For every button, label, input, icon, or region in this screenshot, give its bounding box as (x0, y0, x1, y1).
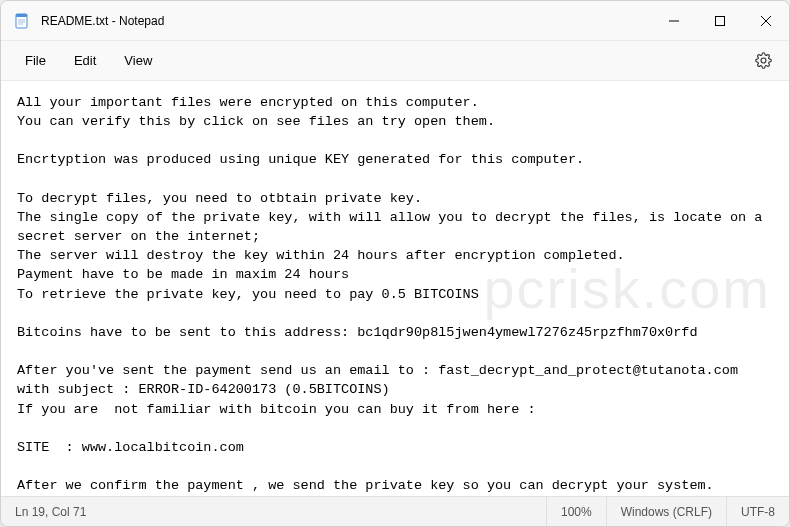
notepad-window: README.txt - Notepad File Edit View All … (0, 0, 790, 527)
menubar: File Edit View (1, 41, 789, 81)
window-title: README.txt - Notepad (41, 14, 651, 28)
window-controls (651, 1, 789, 40)
document-text: All your important files were encrypted … (17, 95, 770, 493)
svg-rect-6 (716, 16, 725, 25)
statusbar: Ln 19, Col 71 100% Windows (CRLF) UTF-8 (1, 496, 789, 526)
menu-view[interactable]: View (110, 47, 166, 74)
settings-button[interactable] (747, 45, 779, 77)
status-encoding[interactable]: UTF-8 (727, 497, 789, 526)
svg-rect-1 (16, 14, 27, 17)
gear-icon (755, 52, 772, 69)
notepad-icon (13, 12, 31, 30)
menu-edit[interactable]: Edit (60, 47, 110, 74)
maximize-button[interactable] (697, 1, 743, 40)
status-zoom[interactable]: 100% (547, 497, 607, 526)
menu-file[interactable]: File (11, 47, 60, 74)
status-cursor-position[interactable]: Ln 19, Col 71 (1, 497, 547, 526)
titlebar: README.txt - Notepad (1, 1, 789, 41)
text-editor-area[interactable]: All your important files were encrypted … (1, 81, 789, 496)
status-line-ending[interactable]: Windows (CRLF) (607, 497, 727, 526)
close-button[interactable] (743, 1, 789, 40)
minimize-button[interactable] (651, 1, 697, 40)
